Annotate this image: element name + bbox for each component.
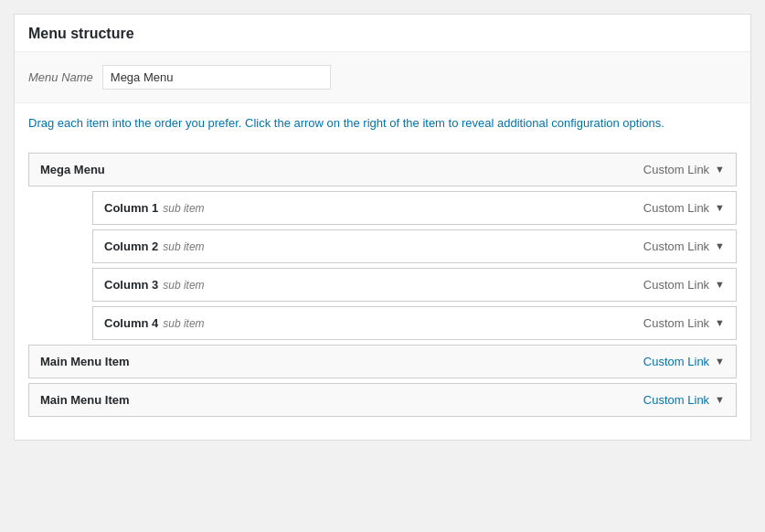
item-left: Mega Menu xyxy=(40,163,105,176)
custom-link-label: Custom Link xyxy=(643,239,709,253)
item-sub: sub item xyxy=(163,202,204,215)
custom-link-label: Custom Link xyxy=(643,163,709,176)
dropdown-arrow-icon[interactable]: ▼ xyxy=(715,202,725,213)
dropdown-arrow-icon[interactable]: ▼ xyxy=(715,356,725,367)
menu-name-label: Menu Name xyxy=(28,70,93,84)
menu-item-column-3[interactable]: Column 3 sub item Custom Link ▼ xyxy=(92,268,737,302)
menu-item-main-1[interactable]: Main Menu Item Custom Link ▼ xyxy=(28,345,737,378)
custom-link-label: Custom Link xyxy=(643,278,709,292)
menu-structure-panel: Menu structure Menu Name Drag each item … xyxy=(14,14,751,441)
item-left: Column 4 sub item xyxy=(104,316,205,330)
item-name: Column 2 xyxy=(104,239,158,253)
item-right: Custom Link ▼ xyxy=(643,239,725,253)
menu-item-main-2[interactable]: Main Menu Item Custom Link ▼ xyxy=(28,383,737,417)
menu-item-column-4[interactable]: Column 4 sub item Custom Link ▼ xyxy=(92,306,737,340)
item-sub: sub item xyxy=(163,279,204,292)
item-name: Main Menu Item xyxy=(40,355,130,368)
item-sub: sub item xyxy=(163,240,204,253)
dropdown-arrow-icon[interactable]: ▼ xyxy=(715,240,725,251)
panel-title: Menu structure xyxy=(15,15,750,52)
dropdown-arrow-icon[interactable]: ▼ xyxy=(715,394,725,405)
dropdown-arrow-icon[interactable]: ▼ xyxy=(715,164,725,175)
menu-items-area: Mega Menu Custom Link ▼ Column 1 sub ite… xyxy=(15,144,750,440)
item-name: Column 4 xyxy=(104,316,158,330)
item-name: Mega Menu xyxy=(40,163,105,176)
menu-name-row: Menu Name xyxy=(15,52,750,103)
dropdown-arrow-icon[interactable]: ▼ xyxy=(715,279,725,290)
drag-instruction: Drag each item into the order you prefer… xyxy=(15,103,750,144)
menu-item-column-2[interactable]: Column 2 sub item Custom Link ▼ xyxy=(92,229,737,263)
item-name: Main Menu Item xyxy=(40,393,130,407)
item-right: Custom Link ▼ xyxy=(643,201,725,215)
item-left: Column 1 sub item xyxy=(104,201,205,215)
item-right: Custom Link ▼ xyxy=(643,393,725,407)
item-right: Custom Link ▼ xyxy=(643,355,725,368)
menu-item-mega-menu[interactable]: Mega Menu Custom Link ▼ xyxy=(28,153,737,186)
item-name: Column 3 xyxy=(104,278,158,292)
sub-items-container: Column 1 sub item Custom Link ▼ Column 2… xyxy=(60,191,737,340)
custom-link-label: Custom Link xyxy=(643,355,709,368)
item-left: Main Menu Item xyxy=(40,393,130,407)
page-container: Menu structure Menu Name Drag each item … xyxy=(0,14,765,532)
dropdown-arrow-icon[interactable]: ▼ xyxy=(715,317,725,328)
item-left: Column 3 sub item xyxy=(104,278,205,292)
item-right: Custom Link ▼ xyxy=(643,316,725,330)
menu-item-column-1[interactable]: Column 1 sub item Custom Link ▼ xyxy=(92,191,737,225)
menu-name-input[interactable] xyxy=(102,65,331,90)
item-right: Custom Link ▼ xyxy=(643,278,725,292)
item-sub: sub item xyxy=(163,317,204,330)
item-left: Main Menu Item xyxy=(40,355,130,368)
item-right: Custom Link ▼ xyxy=(643,163,725,176)
custom-link-label: Custom Link xyxy=(643,201,709,215)
custom-link-label: Custom Link xyxy=(643,316,709,330)
item-name: Column 1 xyxy=(104,201,158,215)
custom-link-label: Custom Link xyxy=(643,393,709,407)
item-left: Column 2 sub item xyxy=(104,239,205,253)
